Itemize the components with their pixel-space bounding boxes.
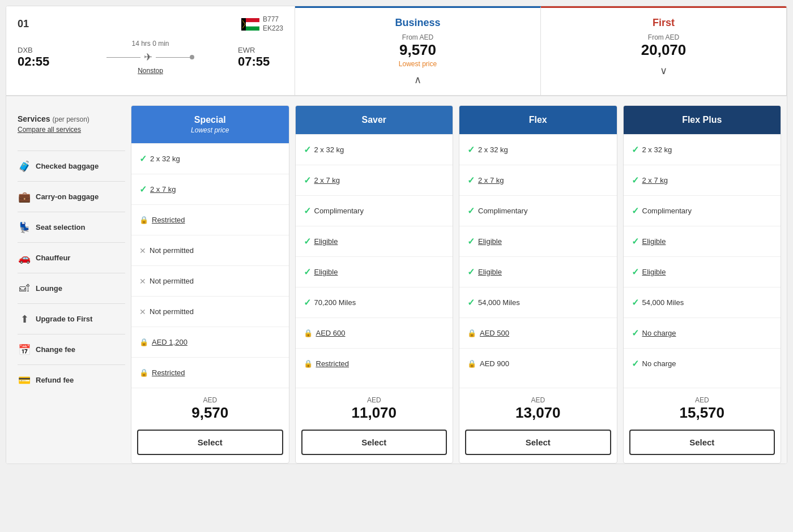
seat-selection-icon: 💺 [18,221,31,234]
plane-icon: ✈ [144,51,152,63]
cabin-business[interactable]: Business From AED 9,570 Lowest price ∧ [295,6,541,95]
price-aed-label-flex: AED [465,396,611,404]
fare-cell-flex-plus-2: ✓Complimentary [624,195,781,226]
fare-title-flex: Flex [465,115,611,125]
business-price: 9,570 [306,41,529,59]
cell-value-flex-plus-6[interactable]: No charge [642,329,676,337]
cell-value-special-6[interactable]: AED 1,200 [152,338,187,346]
cell-icon-flex-plus-2: ✓ [632,205,639,216]
cell-value-saver-3[interactable]: Eligible [314,237,338,246]
carryon-baggage-icon: 💼 [18,191,31,203]
change-fee-icon: 📅 [18,344,31,356]
chauffeur-icon: 🚗 [18,252,31,264]
cabin-first[interactable]: First From AED 20,070 ∨ [541,6,787,95]
cell-value-special-3: Not permitted [150,246,194,255]
fare-title-special: Special [137,115,283,125]
select-button-flex-plus[interactable]: Select [629,430,775,455]
cell-icon-special-1: ✓ [139,184,147,195]
fare-cell-special-1: ✓2 x 7 kg [131,174,289,204]
fare-cell-saver-4: ✓Eligible [296,256,453,287]
fare-price-section-saver: AED11,070 [296,388,453,430]
fare-col-special: SpecialLowest price✓2 x 32 kg✓2 x 7 kg🔒R… [131,105,289,464]
fare-cell-flex-plus-7: ✓No charge [624,348,781,379]
cell-icon-flex-plus-0: ✓ [632,144,639,155]
fare-subtitle-special: Lowest price [137,126,283,134]
cell-value-flex-1[interactable]: 2 x 7 kg [478,176,504,185]
cabin-options: Business From AED 9,570 Lowest price ∧ F… [295,6,787,95]
fare-cells-flex: ✓2 x 32 kg✓2 x 7 kg✓Complimentary✓Eligib… [459,134,617,388]
business-from-label: From AED [306,33,529,41]
cell-value-flex-plus-1[interactable]: 2 x 7 kg [642,176,668,185]
service-row-checked-baggage: 🧳 Checked baggage [18,151,125,181]
cell-value-saver-6[interactable]: AED 600 [316,329,346,337]
flight-header: 01 B777 EK223 [6,6,787,96]
cell-value-flex-0: 2 x 32 kg [478,145,508,154]
fare-cell-flex-7: 🔒AED 900 [459,348,617,379]
cell-icon-saver-6: 🔒 [304,329,313,337]
cell-value-flex-plus-3[interactable]: Eligible [642,237,666,246]
cell-value-flex-4[interactable]: Eligible [478,268,502,276]
cell-icon-flex-plus-6: ✓ [632,328,639,338]
business-chevron[interactable]: ∧ [306,74,529,86]
price-amount-flex: 13,070 [465,404,611,422]
departure: DXB 02:55 [18,46,63,69]
select-button-special[interactable]: Select [137,430,283,455]
arrival-city: EWR [238,46,283,54]
cell-value-saver-2: Complimentary [314,207,364,215]
cell-value-saver-1[interactable]: 2 x 7 kg [314,176,340,185]
price-amount-saver: 11,070 [301,404,447,422]
first-chevron[interactable]: ∨ [552,65,775,77]
fare-cell-flex-plus-0: ✓2 x 32 kg [624,134,781,165]
cell-value-flex-5: 54,000 Miles [478,298,520,307]
cell-icon-saver-3: ✓ [304,236,311,247]
cell-value-saver-4[interactable]: Eligible [314,268,338,276]
price-aed-label-flex-plus: AED [629,396,775,404]
cell-value-flex-6[interactable]: AED 500 [480,329,509,337]
fare-cell-flex-6: 🔒AED 500 [459,318,617,348]
arrival-time: 07:55 [238,54,283,69]
cell-icon-special-0: ✓ [139,153,147,164]
cell-icon-flex-1: ✓ [467,175,475,186]
cell-value-flex-plus-4[interactable]: Eligible [642,268,666,276]
cell-value-special-4: Not permitted [150,277,194,285]
cell-icon-flex-plus-5: ✓ [632,297,639,308]
fare-header-flex: Flex [459,106,617,134]
cell-value-flex-plus-5: 54,000 Miles [642,298,684,307]
fare-cell-special-7: 🔒Restricted [131,357,289,388]
cell-value-special-0: 2 x 32 kg [150,155,180,163]
business-lowest-label: Lowest price [306,60,529,68]
cell-value-saver-7[interactable]: Restricted [316,359,349,368]
fare-cell-flex-4: ✓Eligible [459,256,617,287]
fare-cells-saver: ✓2 x 32 kg✓2 x 7 kg✓Complimentary✓Eligib… [296,134,453,388]
nonstop-label[interactable]: Nonstop [69,67,232,75]
fare-cell-special-4: ✕Not permitted [131,265,289,296]
cabin-business-title: Business [306,17,529,29]
upgrade-label: Upgrade to First [36,315,92,323]
select-button-flex[interactable]: Select [465,430,611,455]
cell-icon-flex-2: ✓ [467,205,475,216]
cell-value-saver-5: 70,200 Miles [314,298,356,307]
cell-value-special-7[interactable]: Restricted [152,368,185,377]
cell-icon-saver-7: 🔒 [304,359,313,368]
cell-value-special-1[interactable]: 2 x 7 kg [150,185,176,194]
compare-all-link[interactable]: Compare all services [18,126,125,134]
checked-baggage-icon: 🧳 [18,160,31,173]
cell-icon-flex-5: ✓ [467,297,475,308]
services-column: Services (per person) Compare all servic… [12,105,131,464]
checked-baggage-label: Checked baggage [36,162,99,170]
services-title: Services (per person) [18,114,89,123]
service-row-seat-selection: 💺 Seat selection [18,212,125,242]
fare-cell-saver-1: ✓2 x 7 kg [296,165,453,195]
select-button-saver[interactable]: Select [301,430,447,455]
cell-icon-flex-plus-7: ✓ [632,358,639,369]
cell-value-flex-3[interactable]: Eligible [478,237,502,246]
fare-col-saver: Saver✓2 x 32 kg✓2 x 7 kg✓Complimentary✓E… [295,105,454,464]
cell-icon-saver-1: ✓ [304,175,311,186]
departure-time: 02:55 [18,54,63,69]
cell-value-special-2[interactable]: Restricted [152,216,185,224]
cell-icon-saver-5: ✓ [304,297,311,308]
comparison-section: Services (per person) Compare all servic… [6,96,787,464]
fare-cell-flex-3: ✓Eligible [459,226,617,256]
cell-icon-special-7: 🔒 [139,368,148,377]
cell-value-flex-plus-2: Complimentary [642,207,692,215]
